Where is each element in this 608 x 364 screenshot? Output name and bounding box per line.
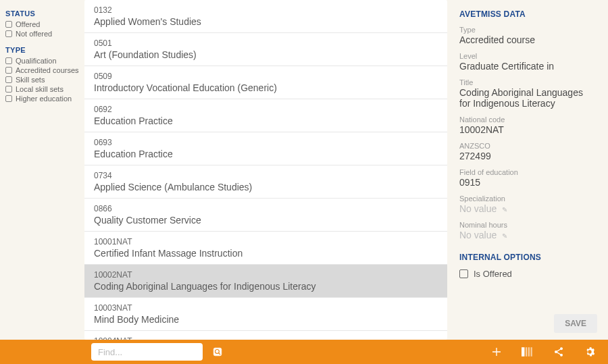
filter-label: Not offered bbox=[16, 30, 52, 38]
national-code-field-label: National code bbox=[459, 115, 596, 124]
type-field-label: Type bbox=[459, 26, 596, 34]
level-field-value[interactable]: Graduate Certificate in bbox=[459, 61, 596, 72]
search-zoom-button[interactable] bbox=[209, 344, 226, 360]
filter-label: Local skill sets bbox=[16, 85, 64, 93]
filter-type-higher-education[interactable]: Higher education bbox=[5, 95, 79, 103]
foe-field-label: Field of education bbox=[459, 168, 596, 176]
title-field-label: Title bbox=[459, 78, 596, 86]
checkbox-icon bbox=[5, 76, 12, 83]
list-item-code: 10002NAT bbox=[94, 270, 438, 280]
course-list: 0132Applied Women's Studies0501Art (Foun… bbox=[84, 0, 447, 340]
list-item-code: 0501 bbox=[94, 38, 438, 48]
filter-status-not-offered[interactable]: Not offered bbox=[5, 30, 79, 38]
filter-label: Higher education bbox=[16, 95, 72, 103]
list-item-title: Education Practice bbox=[94, 149, 438, 159]
list-item-code: 0692 bbox=[94, 105, 438, 114]
list-item-title: Mind Body Medicine bbox=[94, 314, 438, 325]
checkbox-icon bbox=[5, 30, 12, 37]
svg-rect-4 bbox=[526, 347, 527, 357]
list-item[interactable]: 10003NATMind Body Medicine bbox=[84, 298, 447, 331]
filter-status-offered[interactable]: Offered bbox=[5, 20, 79, 28]
svg-rect-6 bbox=[531, 347, 532, 357]
list-item[interactable]: 0693Education Practice bbox=[84, 132, 447, 165]
internal-options-heading: INTERNAL OPTIONS bbox=[459, 253, 596, 262]
svg-rect-5 bbox=[528, 347, 530, 357]
list-item[interactable]: 0501Art (Foundation Studies) bbox=[84, 33, 447, 66]
checkbox-icon bbox=[5, 57, 12, 64]
type-field-value[interactable]: Accredited course bbox=[459, 34, 596, 45]
status-heading: STATUS bbox=[5, 9, 79, 18]
share-button[interactable] bbox=[551, 344, 566, 359]
type-heading: TYPE bbox=[5, 46, 79, 54]
pencil-icon[interactable]: ✎ bbox=[502, 206, 507, 213]
plus-icon bbox=[491, 346, 502, 357]
list-item-code: 0866 bbox=[94, 204, 438, 213]
list-item[interactable]: 0734Applied Science (Ambulance Studies) bbox=[84, 165, 447, 199]
list-item-code: 0734 bbox=[94, 171, 438, 180]
list-item-title: Art (Foundation Studies) bbox=[94, 49, 438, 60]
nominal-hours-field-value[interactable]: No value bbox=[459, 230, 497, 240]
list-item-title: Quality Customer Service bbox=[94, 215, 438, 226]
list-item-title: Education Practice bbox=[94, 115, 438, 126]
list-item-code: 0132 bbox=[94, 5, 438, 15]
find-input[interactable] bbox=[98, 347, 196, 357]
list-item[interactable]: 10002NATCoding Aboriginal Languages for … bbox=[84, 265, 447, 298]
list-item[interactable]: 0509Introductory Vocational Education (G… bbox=[84, 66, 447, 99]
filter-label: Skill sets bbox=[16, 76, 45, 84]
share-icon bbox=[553, 346, 564, 357]
save-button[interactable]: SAVE bbox=[554, 314, 597, 333]
list-item[interactable]: 0132Applied Women's Studies bbox=[84, 0, 447, 33]
list-item-code: 10003NAT bbox=[94, 303, 438, 313]
is-offered-checkbox[interactable]: Is Offered bbox=[459, 269, 596, 279]
avetmiss-heading: AVETMISS DATA bbox=[459, 9, 596, 19]
list-item-title: Certified Infant Massage Instruction bbox=[94, 248, 438, 259]
checkbox-icon bbox=[459, 269, 468, 278]
columns-icon bbox=[522, 347, 534, 357]
filter-sidebar: STATUS Offered Not offered TYPE Qualific… bbox=[0, 0, 84, 340]
columns-button[interactable] bbox=[520, 344, 535, 359]
list-item[interactable]: 0692Education Practice bbox=[84, 99, 447, 132]
filter-label: Qualification bbox=[16, 57, 57, 65]
title-field-value[interactable]: Coding Aboriginal Languages for Indigeno… bbox=[459, 87, 596, 109]
anzsco-field-label: ANZSCO bbox=[459, 142, 596, 150]
svg-rect-3 bbox=[522, 347, 525, 357]
filter-label: Accredited courses bbox=[16, 66, 79, 74]
checkbox-icon bbox=[5, 95, 12, 102]
list-item-title: Applied Women's Studies bbox=[94, 16, 438, 27]
settings-button[interactable] bbox=[582, 344, 597, 359]
list-item-title: Applied Science (Ambulance Studies) bbox=[94, 182, 438, 192]
checkbox-icon bbox=[5, 86, 12, 93]
pencil-icon[interactable]: ✎ bbox=[502, 232, 507, 240]
filter-type-skill-sets[interactable]: Skill sets bbox=[5, 76, 79, 84]
checkbox-icon bbox=[5, 67, 12, 74]
list-item-title: Coding Aboriginal Languages for Indigeno… bbox=[94, 281, 438, 292]
gear-icon bbox=[584, 346, 595, 357]
list-item-title: Introductory Vocational Education (Gener… bbox=[94, 82, 438, 93]
list-item[interactable]: 0866Quality Customer Service bbox=[84, 199, 447, 232]
is-offered-label: Is Offered bbox=[474, 269, 512, 279]
add-button[interactable] bbox=[489, 344, 504, 359]
list-item-code: 10001NAT bbox=[94, 237, 438, 246]
national-code-field-value[interactable]: 10002NAT bbox=[459, 124, 596, 135]
list-item[interactable]: 10004NATIndigenous Leadership bbox=[84, 331, 447, 340]
specialization-field-value[interactable]: No value bbox=[459, 203, 497, 214]
checkbox-icon bbox=[5, 21, 12, 28]
search-icon bbox=[213, 347, 222, 357]
detail-panel: AVETMISS DATA Type Accredited course Lev… bbox=[447, 0, 608, 340]
foe-field-value[interactable]: 0915 bbox=[459, 177, 596, 188]
list-item-code: 0693 bbox=[94, 138, 438, 147]
filter-type-qualification[interactable]: Qualification bbox=[5, 57, 79, 65]
filter-label: Offered bbox=[16, 20, 41, 28]
find-box[interactable] bbox=[91, 343, 203, 361]
level-field-label: Level bbox=[459, 52, 596, 60]
list-item[interactable]: 10001NATCertified Infant Massage Instruc… bbox=[84, 232, 447, 265]
bottom-toolbar bbox=[0, 340, 608, 364]
anzsco-field-value[interactable]: 272499 bbox=[459, 151, 596, 161]
specialization-field-label: Specialization bbox=[459, 194, 596, 203]
filter-type-local-skill-sets[interactable]: Local skill sets bbox=[5, 85, 79, 93]
filter-type-accredited[interactable]: Accredited courses bbox=[5, 66, 79, 74]
nominal-hours-field-label: Nominal hours bbox=[459, 221, 596, 229]
list-item-code: 0509 bbox=[94, 72, 438, 81]
